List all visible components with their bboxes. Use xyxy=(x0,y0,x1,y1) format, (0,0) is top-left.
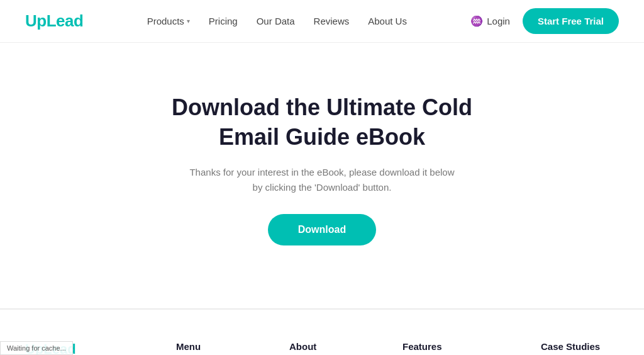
nav-reviews[interactable]: Reviews xyxy=(314,16,350,26)
status-bar: Waiting for cache... xyxy=(0,341,73,355)
footer-col-menu: Menu Platform Pricing Reviews xyxy=(176,341,277,355)
login-button[interactable]: ♒ Login xyxy=(470,15,510,27)
logo-part2: Lead xyxy=(47,11,84,30)
nav-our-data[interactable]: Our Data xyxy=(257,16,295,26)
footer-case-studies-heading: Case Studies xyxy=(541,341,644,352)
nav-pricing[interactable]: Pricing xyxy=(209,16,238,26)
nav-about-us[interactable]: About Us xyxy=(368,16,407,26)
footer-features-heading: Features xyxy=(402,341,528,352)
footer-about-heading: About xyxy=(289,341,390,352)
footer-col-about: About Affiliates Company Contact Us xyxy=(289,341,390,355)
hero-description: Thanks for your interest in the eBook, p… xyxy=(184,165,460,195)
hero-section: Download the Ultimate Cold Email Guide e… xyxy=(0,43,644,308)
hero-title: Download the Ultimate Cold Email Guide e… xyxy=(158,93,486,152)
logo-part1: Up xyxy=(25,11,47,30)
footer-col-case-studies: Case Studies Code Red Safety Staffing Fu… xyxy=(541,341,644,355)
user-icon: ♒ xyxy=(470,15,483,27)
footer-col-features: Features Account Based Marketing Build B… xyxy=(402,341,528,355)
start-trial-button[interactable]: Start Free Trial xyxy=(523,8,619,34)
footer-grid: UpLead Start your free trial today Sign … xyxy=(25,341,619,355)
site-footer: UpLead Start your free trial today Sign … xyxy=(0,309,644,355)
download-button[interactable]: Download xyxy=(268,214,376,245)
status-text: Waiting for cache... xyxy=(7,344,66,352)
footer-menu-heading: Menu xyxy=(176,341,277,352)
header-actions: ♒ Login Start Free Trial xyxy=(470,8,619,34)
main-nav: Products ▾ Pricing Our Data Reviews Abou… xyxy=(147,16,407,26)
nav-products[interactable]: Products ▾ xyxy=(147,16,190,26)
chevron-down-icon: ▾ xyxy=(187,18,190,25)
site-header: UpLead Products ▾ Pricing Our Data Revie… xyxy=(0,0,644,43)
logo: UpLead xyxy=(25,11,83,31)
